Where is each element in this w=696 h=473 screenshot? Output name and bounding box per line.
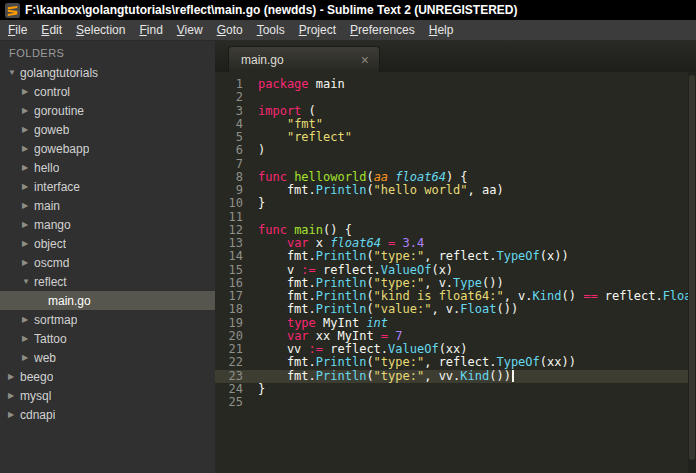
line-number[interactable]: 6 bbox=[215, 144, 243, 157]
expand-icon[interactable]: ▶ bbox=[20, 258, 34, 267]
tree-folder-sortmap[interactable]: ▶sortmap bbox=[0, 310, 215, 329]
line-number[interactable]: 1 bbox=[215, 78, 243, 91]
line-number[interactable]: 18 bbox=[215, 303, 243, 316]
line-number[interactable]: 12 bbox=[215, 224, 243, 237]
tree-folder-golangtutorials[interactable]: ▼golangtutorials bbox=[0, 63, 215, 82]
code-line-11[interactable]: 11 bbox=[215, 211, 696, 224]
code-line-9[interactable]: 9 fmt.Println("hello world", aa) bbox=[215, 184, 696, 197]
expand-icon[interactable]: ▶ bbox=[20, 144, 34, 153]
tree-folder-Tattoo[interactable]: ▶Tattoo bbox=[0, 329, 215, 348]
line-number[interactable]: 15 bbox=[215, 264, 243, 277]
code-line-12[interactable]: 12func main() { bbox=[215, 224, 696, 237]
code-line-1[interactable]: 1package main bbox=[215, 78, 696, 91]
tree-folder-beego[interactable]: ▶beego bbox=[0, 367, 215, 386]
tree-folder-mango[interactable]: ▶mango bbox=[0, 215, 215, 234]
expand-icon[interactable]: ▶ bbox=[6, 372, 20, 381]
line-number[interactable]: 3 bbox=[215, 105, 243, 118]
menu-item-project[interactable]: Project bbox=[292, 21, 343, 39]
tree-file-main.go[interactable]: main.go bbox=[0, 291, 215, 310]
line-number[interactable]: 17 bbox=[215, 290, 243, 303]
line-number[interactable]: 21 bbox=[215, 343, 243, 356]
code-line-20[interactable]: 20 var xx MyInt = 7 bbox=[215, 330, 696, 343]
collapse-icon[interactable]: ▼ bbox=[6, 68, 20, 77]
code-line-23[interactable]: 23 fmt.Println("type:", vv.Kind()) bbox=[215, 370, 696, 383]
line-number[interactable]: 20 bbox=[215, 330, 243, 343]
expand-icon[interactable]: ▶ bbox=[20, 220, 34, 229]
line-number[interactable]: 19 bbox=[215, 317, 243, 330]
expand-icon[interactable]: ▶ bbox=[20, 315, 34, 324]
expand-icon[interactable]: ▶ bbox=[20, 106, 34, 115]
line-number[interactable]: 11 bbox=[215, 211, 243, 224]
code-line-17[interactable]: 17 fmt.Println("kind is float64:", v.Kin… bbox=[215, 290, 696, 303]
line-number[interactable]: 8 bbox=[215, 171, 243, 184]
expand-icon[interactable]: ▶ bbox=[6, 391, 20, 400]
menu-item-edit[interactable]: Edit bbox=[34, 21, 69, 39]
code-line-7[interactable]: 7 bbox=[215, 158, 696, 171]
expand-icon[interactable]: ▶ bbox=[20, 182, 34, 191]
code-line-6[interactable]: 6) bbox=[215, 144, 696, 157]
tree-folder-web[interactable]: ▶web bbox=[0, 348, 215, 367]
line-number[interactable]: 7 bbox=[215, 158, 243, 171]
menu-item-goto[interactable]: Goto bbox=[210, 21, 250, 39]
tree-folder-interface[interactable]: ▶interface bbox=[0, 177, 215, 196]
tree-folder-reflect[interactable]: ▼reflect bbox=[0, 272, 215, 291]
tree-folder-goroutine[interactable]: ▶goroutine bbox=[0, 101, 215, 120]
tree-folder-mysql[interactable]: ▶mysql bbox=[0, 386, 215, 405]
code-line-3[interactable]: 3import ( bbox=[215, 105, 696, 118]
code-line-14[interactable]: 14 fmt.Println("type:", reflect.TypeOf(x… bbox=[215, 250, 696, 263]
code-line-24[interactable]: 24} bbox=[215, 383, 696, 396]
line-number[interactable]: 10 bbox=[215, 197, 243, 210]
scrollbar-thumb[interactable] bbox=[689, 75, 695, 460]
line-number[interactable]: 9 bbox=[215, 184, 243, 197]
tree-folder-object[interactable]: ▶object bbox=[0, 234, 215, 253]
line-number[interactable]: 22 bbox=[215, 356, 243, 369]
menu-item-find[interactable]: Find bbox=[132, 21, 169, 39]
menu-item-tools[interactable]: Tools bbox=[250, 21, 292, 39]
line-number[interactable]: 23 bbox=[215, 370, 243, 383]
tree-folder-oscmd[interactable]: ▶oscmd bbox=[0, 253, 215, 272]
expand-icon[interactable]: ▶ bbox=[20, 334, 34, 343]
title-bar[interactable]: F:\kanbox\golangtutorials\reflect\main.g… bbox=[0, 0, 696, 20]
tree-folder-gowebapp[interactable]: ▶gowebapp bbox=[0, 139, 215, 158]
line-number[interactable]: 2 bbox=[215, 91, 243, 104]
code-line-25[interactable]: 25 bbox=[215, 396, 696, 409]
menu-item-file[interactable]: File bbox=[1, 21, 34, 39]
tree-folder-main[interactable]: ▶main bbox=[0, 196, 215, 215]
code-line-2[interactable]: 2 bbox=[215, 91, 696, 104]
menu-item-help[interactable]: Help bbox=[422, 21, 461, 39]
tree-folder-hello[interactable]: ▶hello bbox=[0, 158, 215, 177]
menu-item-preferences[interactable]: Preferences bbox=[343, 21, 422, 39]
code-line-8[interactable]: 8func helloworld(aa float64) { bbox=[215, 171, 696, 184]
code-line-18[interactable]: 18 fmt.Println("value:", v.Float()) bbox=[215, 303, 696, 316]
tree-folder-control[interactable]: ▶control bbox=[0, 82, 215, 101]
expand-icon[interactable]: ▶ bbox=[20, 87, 34, 96]
tree-folder-goweb[interactable]: ▶goweb bbox=[0, 120, 215, 139]
menu-item-view[interactable]: View bbox=[170, 21, 210, 39]
code-line-13[interactable]: 13 var x float64 = 3.4 bbox=[215, 237, 696, 250]
tab-main-go[interactable]: main.go × bbox=[228, 46, 380, 72]
expand-icon[interactable]: ▶ bbox=[6, 410, 20, 419]
line-number[interactable]: 5 bbox=[215, 131, 243, 144]
code-line-10[interactable]: 10} bbox=[215, 197, 696, 210]
expand-icon[interactable]: ▶ bbox=[20, 125, 34, 134]
expand-icon[interactable]: ▶ bbox=[20, 353, 34, 362]
tree-folder-cdnapi[interactable]: ▶cdnapi bbox=[0, 405, 215, 424]
code-line-16[interactable]: 16 fmt.Println("type:", v.Type()) bbox=[215, 277, 696, 290]
code-line-19[interactable]: 19 type MyInt int bbox=[215, 317, 696, 330]
expand-icon[interactable]: ▶ bbox=[20, 163, 34, 172]
line-number[interactable]: 14 bbox=[215, 250, 243, 263]
line-number[interactable]: 16 bbox=[215, 277, 243, 290]
collapse-icon[interactable]: ▼ bbox=[20, 277, 34, 286]
code-line-22[interactable]: 22 fmt.Println("type:", reflect.TypeOf(x… bbox=[215, 356, 696, 369]
line-number[interactable]: 24 bbox=[215, 383, 243, 396]
line-number[interactable]: 4 bbox=[215, 118, 243, 131]
expand-icon[interactable]: ▶ bbox=[20, 201, 34, 210]
line-number[interactable]: 13 bbox=[215, 237, 243, 250]
menu-item-selection[interactable]: Selection bbox=[69, 21, 132, 39]
code-area[interactable]: 1package main23import (4 "fmt"5 "reflect… bbox=[215, 72, 696, 473]
expand-icon[interactable]: ▶ bbox=[20, 239, 34, 248]
code-line-15[interactable]: 15 v := reflect.ValueOf(x) bbox=[215, 264, 696, 277]
editor-scrollbar[interactable] bbox=[688, 72, 696, 473]
code-line-4[interactable]: 4 "fmt" bbox=[215, 118, 696, 131]
line-number[interactable]: 25 bbox=[215, 396, 243, 409]
